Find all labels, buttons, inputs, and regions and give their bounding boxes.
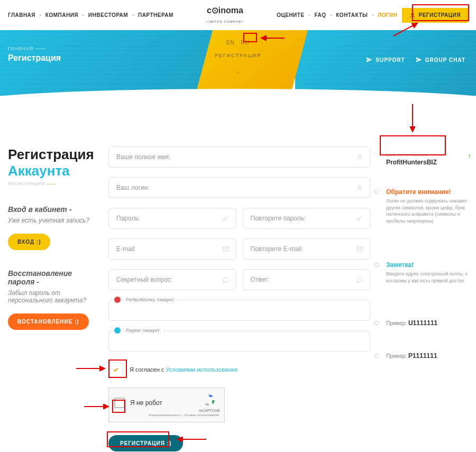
svg-point-3 xyxy=(223,218,226,220)
logo[interactable]: c⊙inoma LIMITED COMPANY xyxy=(206,5,244,25)
restore-section-title: Восстановление пароля - xyxy=(8,269,98,286)
login-input[interactable] xyxy=(116,184,349,191)
inviter-label: ВАС ПРИГЛАСИЛ: xyxy=(386,153,463,158)
nav-rate[interactable]: ОЦЕНИТЕ xyxy=(277,12,304,18)
answer-field[interactable] xyxy=(243,269,371,290)
note-email: Заметка! Введите адрес электронной почты… xyxy=(381,256,468,289)
paper-plane-icon xyxy=(366,57,372,63)
svg-point-1 xyxy=(359,154,361,157)
inviter-box: ВАС ПРИГЛАСИЛ: ProfitHuntersBIZ xyxy=(381,146,468,172)
lang-ru[interactable]: RU xyxy=(239,39,252,47)
nav-investors[interactable]: ИНВЕСТОРАМ xyxy=(88,12,128,18)
breadcrumb[interactable]: ГЛАВНАЯ xyxy=(8,46,61,51)
question-field[interactable] xyxy=(108,269,236,290)
page-heading-2: Аккаунта xyxy=(8,163,98,179)
scroll-down-icon[interactable]: ↓ xyxy=(215,69,261,75)
note-title: Заметка! xyxy=(386,261,468,269)
hero-title: Регистрация xyxy=(8,53,61,63)
nav-contacts[interactable]: КОНТАКТЫ xyxy=(336,12,368,18)
hero-banner: ГЛАВНАЯ Регистрация EN RU РЕГИСТРАЦИЯ ↓ … xyxy=(0,30,476,115)
nav-right: ОЦЕНИТЕ • FAQ • КОНТАКТЫ • ЛОГИН РЕГИСТР… xyxy=(277,8,468,23)
terms-link[interactable]: Условиями использования xyxy=(166,366,237,373)
key-icon xyxy=(222,215,230,222)
question-input[interactable] xyxy=(116,276,215,283)
perfectmoney-label: PerfectMoney Аккаунт: xyxy=(124,297,177,302)
password-input[interactable] xyxy=(116,215,215,222)
svg-point-4 xyxy=(357,218,360,220)
perfectmoney-icon xyxy=(114,297,122,304)
nav-home[interactable]: ГЛАВНАЯ xyxy=(8,12,35,18)
svg-point-2 xyxy=(359,185,361,188)
answer-input[interactable] xyxy=(251,276,349,283)
payeer-input[interactable] xyxy=(116,337,349,345)
mail-icon xyxy=(222,245,230,253)
note-login: Обратите внимание! Логин не должен содер… xyxy=(381,183,468,229)
hero-reg-label: РЕГИСТРАЦИЯ xyxy=(215,53,261,58)
nav-register-button[interactable]: РЕГИСТРАЦИЯ xyxy=(402,8,468,23)
group-chat-link[interactable]: GROUP CHAT xyxy=(416,57,465,63)
restore-button[interactable]: ВОСТАНОВЛЕНИЕ :) xyxy=(8,313,89,330)
user-icon xyxy=(409,12,416,19)
lang-en[interactable]: EN xyxy=(224,39,237,47)
svg-rect-5 xyxy=(223,247,228,251)
page-heading-1: Регистрация xyxy=(8,146,98,163)
email-repeat-input[interactable] xyxy=(251,245,349,253)
password-field[interactable] xyxy=(108,208,236,229)
fullname-field[interactable] xyxy=(108,146,370,168)
terms-checkbox[interactable] xyxy=(108,362,123,377)
inviter-name: ProfitHuntersBIZ xyxy=(386,159,463,166)
password-repeat-field[interactable] xyxy=(243,208,371,229)
chat-icon xyxy=(356,276,363,283)
recaptcha-label: Я не робот xyxy=(130,399,162,407)
example-pm: Пример: U1111111 xyxy=(381,314,468,332)
email-field[interactable] xyxy=(108,238,236,260)
svg-rect-6 xyxy=(357,247,363,251)
page-subtitle: РЕГИСТРАЦИЯ xyxy=(8,181,98,186)
nav-login[interactable]: ЛОГИН xyxy=(378,12,397,18)
recaptcha-footer[interactable]: Конфиденциальность - Условия использован… xyxy=(114,413,219,417)
email-repeat-field[interactable] xyxy=(243,238,371,260)
header: ГЛАВНАЯ • КОМПАНИЯ • ИНВЕСТОРАМ • ПАРТНЕ… xyxy=(0,0,476,30)
key-icon xyxy=(356,215,363,222)
perfectmoney-field[interactable]: PerfectMoney Аккаунт: xyxy=(108,300,370,321)
nav-partners[interactable]: ПАРТНЕРАМ xyxy=(138,12,173,18)
note-text: Логин не должен содержать никаких других… xyxy=(386,198,468,224)
payeer-field[interactable]: Payeer Аккаунт: xyxy=(108,330,370,352)
paper-plane-icon xyxy=(416,57,422,63)
registration-form: PerfectMoney Аккаунт: Payeer Аккаунт: Я … xyxy=(108,146,370,451)
login-field[interactable] xyxy=(108,177,370,198)
recaptcha-checkbox[interactable] xyxy=(114,398,125,408)
note-title: Обратите внимание! xyxy=(386,188,468,196)
user-icon xyxy=(356,184,363,191)
right-sidebar: ↑ ВАС ПРИГЛАСИЛ: ProfitHuntersBIZ Обрати… xyxy=(381,146,468,451)
login-button[interactable]: ВХОД :) xyxy=(8,234,50,250)
perfectmoney-input[interactable] xyxy=(116,307,349,314)
terms-text: Я согласен с Условиями использования xyxy=(130,366,237,373)
left-sidebar: Регистрация Аккаунта РЕГИСТРАЦИЯ Вход в … xyxy=(8,146,98,451)
user-icon xyxy=(356,153,363,161)
login-section-text: Уже есть учетная запись? xyxy=(8,217,98,224)
submit-button[interactable]: РЕГИСТРАЦИЯ :) xyxy=(108,435,183,451)
password-repeat-input[interactable] xyxy=(251,215,349,222)
recaptcha-icon xyxy=(202,393,216,407)
payeer-icon xyxy=(114,327,122,335)
scroll-top-icon[interactable]: ↑ xyxy=(468,152,471,160)
restore-section-text: Забыл пароль от персонального аккаунта? xyxy=(8,289,98,304)
nav-company[interactable]: КОМПАНИЯ xyxy=(45,12,78,18)
nav-faq[interactable]: FAQ xyxy=(314,12,326,18)
payeer-label: Payeer Аккаунт: xyxy=(124,328,163,333)
chat-icon xyxy=(222,276,230,283)
fullname-input[interactable] xyxy=(116,153,349,161)
check-icon xyxy=(112,366,120,373)
nav-left: ГЛАВНАЯ • КОМПАНИЯ • ИНВЕСТОРАМ • ПАРТНЕ… xyxy=(8,12,173,18)
email-input[interactable] xyxy=(116,245,215,253)
recaptcha[interactable]: Я не робот reCAPTCHA Конфиденциальность … xyxy=(108,388,225,422)
main-content: Регистрация Аккаунта РЕГИСТРАЦИЯ Вход в … xyxy=(0,115,476,452)
support-link[interactable]: SUPPORT xyxy=(366,57,405,63)
svg-point-0 xyxy=(411,13,414,15)
mail-icon xyxy=(356,245,363,253)
login-section-title: Вход в кабинет - xyxy=(8,205,98,214)
example-payeer: Пример: P1111111 xyxy=(381,347,468,365)
note-text: Введите адрес электронной почты, к котор… xyxy=(386,271,468,284)
